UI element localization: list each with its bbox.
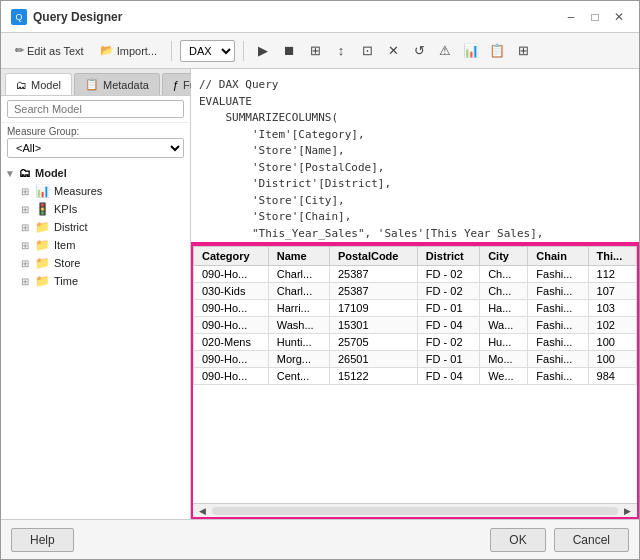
left-panel: 🗂 Model 📋 Metadata ƒ Functions Measure G… xyxy=(1,69,191,519)
table-cell: We... xyxy=(480,368,528,385)
import-button[interactable]: 📂 Import... xyxy=(94,42,163,59)
tree-item-measures[interactable]: ⊞ 📊 Measures xyxy=(1,182,190,200)
model-expand-icon: ▼ xyxy=(5,168,15,179)
table-cell: 100 xyxy=(588,334,636,351)
table-cell: Hunti... xyxy=(268,334,329,351)
tree-item-item[interactable]: ⊞ 📁 Item xyxy=(1,236,190,254)
table-row: 090-Ho...Morg...26501FD - 01Mo...Fashi..… xyxy=(194,351,637,368)
measures-icon: 📊 xyxy=(35,184,50,198)
results-tbody: 090-Ho...Charl...25387FD - 02Ch...Fashi.… xyxy=(194,266,637,385)
warning-button[interactable]: ⚠ xyxy=(434,40,456,62)
window-icon: Q xyxy=(11,9,27,25)
run-query-button[interactable]: ▶ xyxy=(252,40,274,62)
scroll-track xyxy=(212,507,618,515)
column-header[interactable]: PostalCode xyxy=(329,247,417,266)
table-cell: Mo... xyxy=(480,351,528,368)
results-table: CategoryNamePostalCodeDistrictCityChainT… xyxy=(193,246,637,385)
table-cell: 020-Mens xyxy=(194,334,269,351)
table-cell: 090-Ho... xyxy=(194,351,269,368)
district-expand-icon: ⊞ xyxy=(21,222,31,233)
table-button[interactable]: 📋 xyxy=(486,40,508,62)
column-header[interactable]: Chain xyxy=(528,247,588,266)
maximize-button[interactable]: □ xyxy=(585,7,605,27)
tree-model-label: Model xyxy=(35,167,67,179)
sort-button[interactable]: ↕ xyxy=(330,40,352,62)
table-cell: Charl... xyxy=(268,266,329,283)
table-cell: Ch... xyxy=(480,266,528,283)
cancel-query-button[interactable]: ⏹ xyxy=(278,40,300,62)
edit-as-text-button[interactable]: ✏ Edit as Text xyxy=(9,42,90,59)
results-table-wrap[interactable]: CategoryNamePostalCodeDistrictCityChainT… xyxy=(193,246,637,503)
footer: Help OK Cancel xyxy=(1,519,639,559)
tree-item-model[interactable]: ▼ 🗂 Model xyxy=(1,164,190,182)
table-cell: 090-Ho... xyxy=(194,368,269,385)
tree-time-label: Time xyxy=(54,275,78,287)
table-cell: FD - 01 xyxy=(417,351,479,368)
ok-button[interactable]: OK xyxy=(490,528,545,552)
time-icon: 📁 xyxy=(35,274,50,288)
table-cell: FD - 04 xyxy=(417,368,479,385)
table-cell: 25387 xyxy=(329,266,417,283)
query-language-select[interactable]: DAX MDX xyxy=(180,40,235,62)
table-cell: Fashi... xyxy=(528,283,588,300)
toolbar: ✏ Edit as Text 📂 Import... DAX MDX ▶ ⏹ ⊞… xyxy=(1,33,639,69)
measure-group-label: Measure Group: xyxy=(1,123,190,138)
horizontal-scrollbar[interactable]: ◀ ▶ xyxy=(193,503,637,517)
close-button[interactable]: ✕ xyxy=(609,7,629,27)
group-button[interactable]: ⊡ xyxy=(356,40,378,62)
title-bar-left: Q Query Designer xyxy=(11,9,122,25)
column-header[interactable]: Name xyxy=(268,247,329,266)
table-cell: Fashi... xyxy=(528,334,588,351)
column-header[interactable]: Category xyxy=(194,247,269,266)
table-cell: 090-Ho... xyxy=(194,300,269,317)
table-cell: Fashi... xyxy=(528,351,588,368)
scroll-right-arrow[interactable]: ▶ xyxy=(620,506,635,516)
measure-group-select[interactable]: <All> xyxy=(7,138,184,158)
edit-as-text-label: Edit as Text xyxy=(27,45,84,57)
tree-item-district[interactable]: ⊞ 📁 District xyxy=(1,218,190,236)
content-area: 🗂 Model 📋 Metadata ƒ Functions Measure G… xyxy=(1,69,639,519)
query-designer-window: Q Query Designer – □ ✕ ✏ Edit as Text 📂 … xyxy=(0,0,640,560)
tab-model[interactable]: 🗂 Model xyxy=(5,73,72,95)
model-icon: 🗂 xyxy=(19,166,31,180)
delete-button[interactable]: ✕ xyxy=(382,40,404,62)
table-cell: 17109 xyxy=(329,300,417,317)
cancel-button[interactable]: Cancel xyxy=(554,528,629,552)
query-editor[interactable]: // DAX Query EVALUATE SUMMARIZECOLUMNS( … xyxy=(191,69,639,244)
tree-item-kpis[interactable]: ⊞ 🚦 KPIs xyxy=(1,200,190,218)
tree-measures-label: Measures xyxy=(54,185,102,197)
import-icon: 📂 xyxy=(100,44,114,57)
table-cell: Fashi... xyxy=(528,368,588,385)
minimize-button[interactable]: – xyxy=(561,7,581,27)
table-cell: 25387 xyxy=(329,283,417,300)
help-button[interactable]: Help xyxy=(11,528,74,552)
filter-button[interactable]: ⊞ xyxy=(304,40,326,62)
column-header[interactable]: Thi... xyxy=(588,247,636,266)
search-model-input[interactable] xyxy=(7,100,184,118)
auto-button[interactable]: ⊞ xyxy=(512,40,534,62)
table-cell: 102 xyxy=(588,317,636,334)
table-cell: Ha... xyxy=(480,300,528,317)
table-cell: 100 xyxy=(588,351,636,368)
column-header[interactable]: District xyxy=(417,247,479,266)
scroll-left-arrow[interactable]: ◀ xyxy=(195,506,210,516)
tab-metadata-label: Metadata xyxy=(103,79,149,91)
tree-item-time[interactable]: ⊞ 📁 Time xyxy=(1,272,190,290)
table-cell: Cent... xyxy=(268,368,329,385)
tab-metadata[interactable]: 📋 Metadata xyxy=(74,73,160,95)
window-title: Query Designer xyxy=(33,10,122,24)
item-icon: 📁 xyxy=(35,238,50,252)
table-cell: FD - 02 xyxy=(417,283,479,300)
tab-model-label: Model xyxy=(31,79,61,91)
column-header[interactable]: City xyxy=(480,247,528,266)
table-cell: 103 xyxy=(588,300,636,317)
chart-button[interactable]: 📊 xyxy=(460,40,482,62)
table-cell: 26501 xyxy=(329,351,417,368)
table-cell: FD - 04 xyxy=(417,317,479,334)
table-row: 090-Ho...Cent...15122FD - 04We...Fashi..… xyxy=(194,368,637,385)
refresh-button[interactable]: ↺ xyxy=(408,40,430,62)
tree-item-store[interactable]: ⊞ 📁 Store xyxy=(1,254,190,272)
table-cell: Charl... xyxy=(268,283,329,300)
table-cell: Fashi... xyxy=(528,317,588,334)
results-area: CategoryNamePostalCodeDistrictCityChainT… xyxy=(191,244,639,519)
